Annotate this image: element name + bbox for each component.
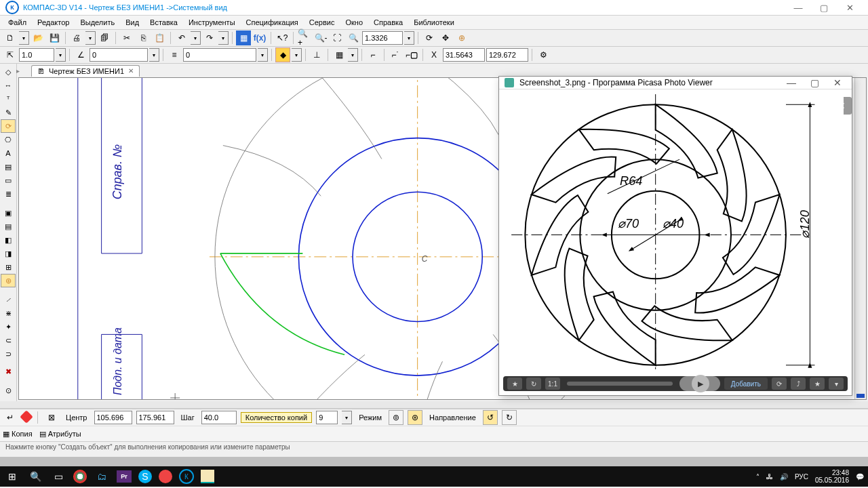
undo-drop[interactable]: ▾ (191, 31, 201, 45)
tab-attr[interactable]: ▤ Атрибуты (39, 430, 81, 439)
step-input[interactable] (19, 48, 54, 62)
stop-icon[interactable] (22, 412, 31, 423)
tab-copy[interactable]: ▦ Копия (3, 430, 33, 439)
dir-cw-icon[interactable]: ↻ (502, 410, 517, 425)
menu-help[interactable]: Справка (368, 17, 408, 28)
tool-edit-icon[interactable]: ✎ (1, 106, 16, 119)
tool-b1-icon[interactable]: ⟋ (1, 293, 16, 306)
center-mode-icon[interactable]: ⊠ (44, 410, 59, 425)
tray-up-icon[interactable]: ˄ (756, 473, 760, 481)
style-drop[interactable]: ▾ (258, 48, 268, 62)
picasa-max-icon[interactable]: ▢ (806, 77, 823, 88)
clock[interactable]: 23:48 05.05.2016 (815, 469, 849, 484)
redo-icon[interactable]: ↷ (202, 30, 217, 45)
center-x-input[interactable] (94, 411, 132, 424)
tool-param-icon[interactable]: ⎔ (1, 133, 16, 146)
angle-input[interactable] (90, 48, 148, 62)
preview-icon[interactable]: 🗐 (97, 30, 112, 45)
tool-a5-icon[interactable]: ⊞ (1, 260, 16, 274)
misc-icon[interactable]: ⚙ (536, 47, 551, 62)
zoom-in-icon[interactable]: 🔍+ (297, 30, 312, 45)
undo-icon[interactable]: ↶ (174, 30, 189, 45)
menu-file[interactable]: Файл (3, 17, 32, 28)
mode-a-icon[interactable]: ⊚ (389, 410, 403, 425)
save-icon[interactable]: 💾 (47, 30, 62, 45)
pc-i1-icon[interactable]: ⟳ (772, 378, 787, 390)
close-button[interactable]: ✕ (837, 1, 863, 14)
opera-icon[interactable] (159, 470, 172, 483)
zoom-scale-icon[interactable]: 🔍 (346, 30, 361, 45)
tool-a-icon[interactable]: A (1, 146, 16, 160)
coordx-input[interactable] (443, 48, 485, 62)
mode-b-icon[interactable]: ⊛ (408, 410, 422, 425)
open-icon[interactable]: 📂 (31, 30, 45, 45)
help-icon[interactable]: ↖? (275, 30, 290, 45)
tool-a1-icon[interactable]: ▣ (1, 206, 16, 220)
menu-tools[interactable]: Инструменты (183, 17, 241, 28)
local-icon[interactable]: ⌐˙ (388, 47, 403, 62)
tool-b3-icon[interactable]: ✦ (1, 320, 16, 333)
rounding-icon[interactable]: ⌐▢ (404, 47, 419, 62)
copies-input[interactable] (316, 411, 338, 424)
start-icon[interactable]: ⊞ (4, 469, 20, 484)
zoom-drop[interactable]: ▾ (404, 31, 414, 45)
step-icon[interactable]: ⇱ (3, 47, 18, 62)
redo-drop[interactable]: ▾ (218, 31, 229, 45)
tool-a4-icon[interactable]: ◨ (1, 247, 16, 260)
picasa-window[interactable]: Screenshot_3.png - Программа Picasa Phot… (498, 76, 852, 396)
pc-play-icon[interactable]: ▶ (679, 376, 720, 391)
vars-icon[interactable]: f(x) (252, 30, 267, 45)
print-icon[interactable]: 🖨 (69, 30, 84, 45)
tool-text-icon[interactable]: ᵀ (1, 92, 16, 106)
style-icon[interactable]: ≡ (167, 47, 182, 62)
chrome-icon[interactable] (73, 470, 87, 483)
snap-icon[interactable]: ⌐ (366, 47, 380, 62)
menu-edit[interactable]: Редактор (32, 17, 75, 28)
picasa-close-icon[interactable]: ✕ (829, 77, 846, 88)
center-y-input[interactable] (136, 411, 174, 424)
tab-close-icon[interactable]: ✕ (128, 67, 134, 75)
new-drop[interactable]: ▾ (19, 31, 29, 45)
layers-icon[interactable]: ◆ (275, 47, 290, 62)
tray-net-icon[interactable]: 🖧 (766, 473, 773, 481)
tool-b4-icon[interactable]: ⊂ (1, 333, 16, 347)
layers-drop[interactable]: ▾ (292, 48, 302, 62)
pc-slider[interactable] (567, 382, 673, 386)
zoom-fit-icon[interactable]: ⛶ (330, 30, 344, 45)
tool-b2-icon[interactable]: ⋇ (1, 306, 16, 320)
pan-icon[interactable]: ✥ (438, 30, 453, 45)
pc-star-icon[interactable]: ★ (507, 378, 522, 390)
grid-drop[interactable]: ▾ (348, 48, 358, 62)
dir-ccw-icon[interactable]: ↺ (483, 410, 498, 425)
print-drop[interactable]: ▾ (85, 31, 96, 45)
vscrollbar[interactable] (854, 78, 866, 399)
pc-i2-icon[interactable]: ⤴ (791, 378, 806, 390)
menu-spec[interactable]: Спецификация (241, 17, 304, 28)
refresh-icon[interactable]: ⟳ (422, 30, 437, 45)
menu-select[interactable]: Выделить (75, 17, 120, 28)
tool-measure-icon[interactable]: ▤ (1, 160, 16, 174)
tool-c2-icon[interactable]: ⊙ (1, 384, 16, 397)
kompas-icon[interactable]: К (179, 469, 194, 484)
tool-a2-icon[interactable]: ▤ (1, 220, 16, 233)
notifications-icon[interactable]: 💬 (856, 473, 864, 481)
copy-icon[interactable]: ⎘ (136, 30, 151, 45)
pc-rot-icon[interactable]: ↻ (526, 378, 541, 390)
zoom-out-icon[interactable]: 🔍- (313, 30, 328, 45)
search-icon[interactable]: 🔍 (27, 469, 43, 484)
ortho-icon[interactable]: ⊥ (309, 47, 324, 62)
tool-c1-icon[interactable]: ✖ (1, 365, 16, 378)
style-input[interactable] (183, 48, 256, 62)
tool-circular-array-icon[interactable]: ⊛ (1, 274, 16, 287)
picasa-min-icon[interactable]: — (783, 77, 800, 88)
angle-drop[interactable]: ▾ (149, 48, 159, 62)
manager-icon[interactable]: ▦ (236, 30, 251, 45)
menu-view[interactable]: Вид (120, 17, 144, 28)
pc-menu-icon[interactable]: ▾ (829, 378, 844, 390)
tray-lang[interactable]: РУС (795, 473, 808, 481)
explorer-icon[interactable]: 🗂 (94, 469, 110, 484)
coordx-icon[interactable]: X (427, 47, 441, 62)
step-drop[interactable]: ▾ (56, 48, 66, 62)
maximize-button[interactable]: ▢ (811, 1, 837, 14)
tool-a3-icon[interactable]: ◧ (1, 233, 16, 247)
